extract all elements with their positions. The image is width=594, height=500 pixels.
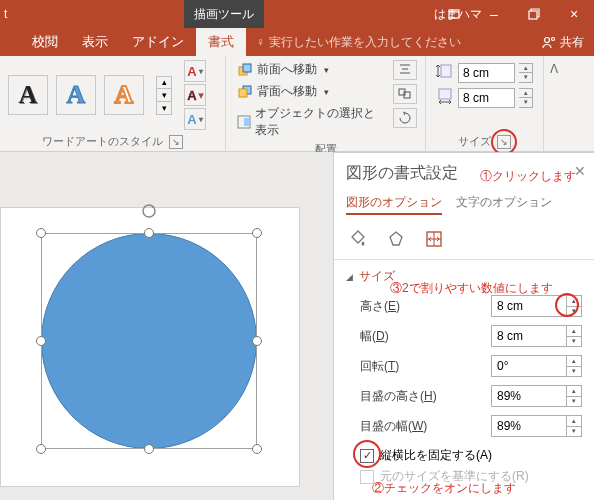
title-bar: t 描画ツール はまハマ – ×: [0, 0, 594, 28]
svg-point-4: [552, 38, 555, 41]
selection-pane-label: オブジェクトの選択と表示: [255, 105, 382, 139]
pane-scale-width-input[interactable]: 89%: [491, 415, 567, 437]
svg-rect-18: [439, 89, 451, 99]
wordart-scroll-down-icon[interactable]: ▾: [156, 89, 172, 102]
fill-line-icon[interactable]: [346, 227, 370, 251]
svg-marker-21: [390, 232, 402, 245]
wordart-style-2[interactable]: A: [56, 75, 96, 115]
group-wordart-label: ワードアートのスタイル: [42, 134, 163, 149]
ribbon-display-icon[interactable]: [434, 0, 474, 28]
collapse-ribbon-icon[interactable]: ᐱ: [544, 56, 564, 151]
rotate-button[interactable]: [393, 108, 417, 128]
lock-aspect-label: 縦横比を固定する(A): [380, 447, 492, 464]
selection-pane-button[interactable]: オブジェクトの選択と表示: [234, 104, 385, 140]
pane-rotation-input[interactable]: 0°: [491, 355, 567, 377]
ribbon-height-input[interactable]: 8 cm: [458, 63, 515, 83]
selection-box: [41, 233, 257, 449]
resize-handle-w[interactable]: [36, 336, 46, 346]
annotation-circle-1: [491, 129, 517, 155]
share-label: 共有: [560, 34, 584, 51]
rotate-handle[interactable]: [141, 203, 157, 219]
group-size-label: サイズ: [458, 134, 491, 149]
callout-1: ①クリックします: [480, 168, 576, 185]
callout-3: ③2で割りやすい数値にします: [390, 280, 553, 297]
resize-handle-nw[interactable]: [36, 228, 46, 238]
send-backward-label: 背面へ移動: [257, 83, 317, 100]
bring-forward-icon: [237, 62, 253, 78]
tab-review[interactable]: 校閲: [20, 28, 70, 56]
pane-tab-text-options[interactable]: 文字のオプション: [456, 194, 552, 215]
ribbon-height-spinner[interactable]: ▴▾: [519, 63, 533, 83]
resize-handle-sw[interactable]: [36, 444, 46, 454]
resize-handle-s[interactable]: [144, 444, 154, 454]
share-button[interactable]: 共有: [542, 34, 584, 51]
selection-pane-icon: [237, 114, 251, 130]
annotation-circle-2: [353, 440, 381, 468]
wordart-gallery-more-icon[interactable]: ▾: [156, 102, 172, 115]
ribbon-width-spinner[interactable]: ▴▾: [519, 88, 533, 108]
selected-shape[interactable]: [41, 233, 257, 449]
width-icon: [436, 87, 454, 108]
resize-handle-e[interactable]: [252, 336, 262, 346]
wordart-style-3[interactable]: A: [104, 75, 144, 115]
size-properties-icon[interactable]: [422, 227, 446, 251]
tell-me-input[interactable]: ♀実行したい作業を入力してください: [256, 34, 542, 51]
pane-tab-shape-options[interactable]: 図形のオプション: [346, 194, 442, 215]
tab-addin[interactable]: アドイン: [120, 28, 196, 56]
pane-scale-width-label: 目盛の幅(W): [360, 418, 491, 435]
ribbon: A A A ▴ ▾ ▾ A A A ワードアートのスタイル ↘ 前: [0, 56, 594, 152]
ribbon-width-input[interactable]: 8 cm: [458, 88, 515, 108]
wordart-style-1[interactable]: A: [8, 75, 48, 115]
tab-view[interactable]: 表示: [70, 28, 120, 56]
effects-icon[interactable]: [384, 227, 408, 251]
text-outline-button[interactable]: A: [184, 84, 206, 106]
pane-rotation-label: 回転(T): [360, 358, 491, 375]
pane-scale-height-input[interactable]: 89%: [491, 385, 567, 407]
svg-rect-10: [244, 118, 249, 126]
svg-point-3: [545, 38, 550, 43]
align-button[interactable]: [393, 60, 417, 80]
text-effects-button[interactable]: A: [184, 108, 206, 130]
resize-handle-se[interactable]: [252, 444, 262, 454]
tell-me-placeholder: 実行したい作業を入力してください: [269, 35, 461, 49]
text-fill-button[interactable]: A: [184, 60, 206, 82]
resize-handle-ne[interactable]: [252, 228, 262, 238]
pane-scale-height-spinner[interactable]: ▴▾: [567, 385, 582, 407]
height-icon: [436, 62, 454, 83]
pane-width-input[interactable]: 8 cm: [491, 325, 567, 347]
bring-forward-label: 前面へ移動: [257, 61, 317, 78]
format-shape-pane: 図形の書式設定 ✕ 図形のオプション 文字のオプション サイズ 高さ(E) 8 …: [333, 152, 594, 500]
pane-width-label: 幅(D): [360, 328, 491, 345]
pane-scale-width-spinner[interactable]: ▴▾: [567, 415, 582, 437]
send-backward-icon: [237, 84, 253, 100]
svg-rect-16: [441, 65, 451, 77]
pane-width-spinner[interactable]: ▴▾: [567, 325, 582, 347]
minimize-button[interactable]: –: [474, 0, 514, 28]
pane-height-label: 高さ(E): [360, 298, 491, 315]
svg-rect-2: [529, 11, 537, 19]
slide[interactable]: [0, 207, 300, 487]
send-backward-button[interactable]: 背面へ移動▾: [234, 82, 385, 101]
restore-button[interactable]: [514, 0, 554, 28]
tab-format[interactable]: 書式: [196, 28, 246, 56]
svg-rect-6: [243, 64, 251, 72]
group-objects-button[interactable]: [393, 84, 417, 104]
wordart-launcher-icon[interactable]: ↘: [169, 135, 183, 149]
bring-forward-button[interactable]: 前面へ移動▾: [234, 60, 385, 79]
svg-rect-8: [239, 89, 247, 97]
close-button[interactable]: ×: [554, 0, 594, 28]
resize-handle-n[interactable]: [144, 228, 154, 238]
callout-2: ②チェックをオンにします: [372, 480, 516, 497]
size-launcher-icon[interactable]: ↘: [497, 135, 511, 149]
pane-scale-height-label: 目盛の高さ(H): [360, 388, 491, 405]
title-suffix: t: [0, 7, 170, 21]
ribbon-tabs: 校閲 表示 アドイン 書式 ♀実行したい作業を入力してください 共有: [0, 28, 594, 56]
contextual-tool-tab: 描画ツール: [184, 0, 264, 28]
annotation-circle-3: [555, 293, 579, 317]
pane-rotation-spinner[interactable]: ▴▾: [567, 355, 582, 377]
wordart-scroll-up-icon[interactable]: ▴: [156, 76, 172, 89]
svg-rect-0: [449, 10, 459, 18]
slide-canvas[interactable]: [0, 152, 333, 500]
